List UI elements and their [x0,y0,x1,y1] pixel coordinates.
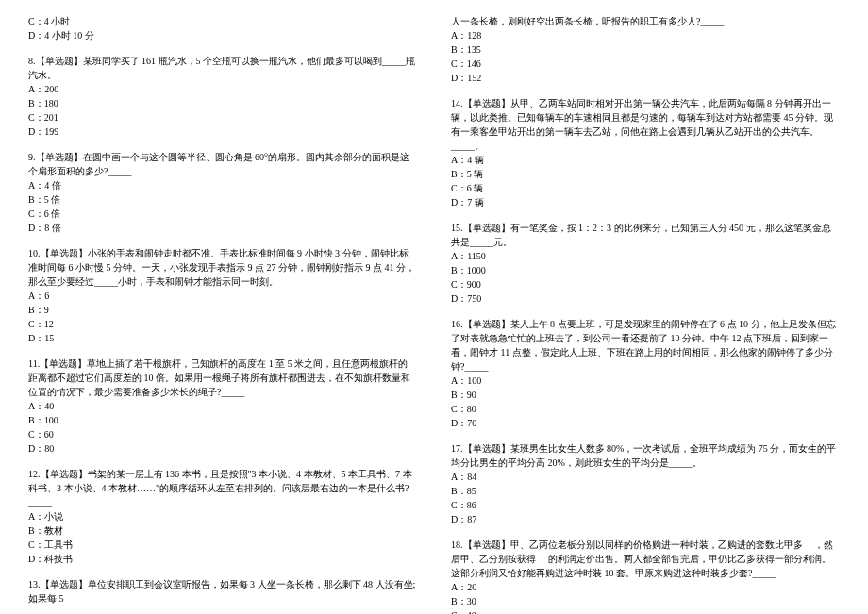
option-d: D：7 辆 [451,195,840,209]
option-d: D：8 倍 [28,221,417,235]
option-d: D：15 [28,331,417,345]
question-12: 12.【单选题】书架的某一层上有 136 本书，且是按照"3 本小说、4 本教材… [28,467,417,566]
question-stem: 12.【单选题】书架的某一层上有 136 本书，且是按照"3 本小说、4 本教材… [28,467,417,509]
option-d: D：199 [28,124,417,139]
option-d: D：科技书 [28,552,417,566]
horizontal-rule [28,8,840,8]
option-a: A：20 [451,580,840,594]
option-b: B：85 [451,484,840,498]
option-b: B：180 [28,96,417,110]
question-13-start: 13.【单选题】单位安排职工到会议室听报告，如果每 3 人坐一条长椅，那么剩下 … [28,577,417,606]
question-stem-cont: 人一条长椅，则刚好空出两条长椅，听报告的职工有多少人?_____ [451,14,840,28]
question-stem: 15.【单选题】有一笔奖金，按 1：2：3 的比例来分，已知第三人分 450 元… [451,221,840,249]
question-stem: 16.【单选题】某人上午 8 点要上班，可是发现家里的闹钟停在了 6 点 10 … [451,317,840,373]
option-b: B：9 [28,303,417,317]
option-c: C：4 小时 [28,14,417,28]
option-b: B：5 倍 [28,192,417,207]
option-d: D：152 [451,71,840,85]
option-b: B：教材 [28,523,417,538]
question-11: 11.【单选题】草地上插了若干根旗杆，已知旗杆的高度在 1 至 5 米之间，且任… [28,357,417,456]
question-16: 16.【单选题】某人上午 8 点要上班，可是发现家里的闹钟停在了 6 点 10 … [451,317,840,430]
question-9: 9.【单选题】在圆中画一个与这个圆等半径、圆心角是 60°的扇形。圆内其余部分的… [28,150,417,235]
question-7-tail: C：4 小时 D：4 小时 10 分 [28,14,417,42]
option-c: C：80 [451,402,840,416]
option-d: D：70 [451,416,840,430]
question-14: 14.【单选题】从甲、乙两车站同时相对开出第一辆公共汽车，此后两站每隔 8 分钟… [451,96,840,209]
option-a: A：4 辆 [451,153,840,167]
option-c: C：146 [451,57,840,71]
option-a: A：小说 [28,509,417,523]
question-stem: 10.【单选题】小张的手表和闹钟走时都不准。手表比标准时间每 9 小时快 3 分… [28,246,417,289]
option-c: C：6 辆 [451,181,840,195]
option-a: A：1150 [451,249,840,263]
option-b: B：1000 [451,263,840,277]
question-stem: 8.【单选题】某班同学买了 161 瓶汽水，5 个空瓶可以换一瓶汽水，他们最多可… [28,54,417,82]
option-b: B：30 [451,594,840,608]
question-17: 17.【单选题】某班男生比女生人数多 80%，一次考试后，全班平均成绩为 75 … [451,441,840,526]
question-15: 15.【单选题】有一笔奖金，按 1：2：3 的比例来分，已知第三人分 450 元… [451,221,840,306]
question-10: 10.【单选题】小张的手表和闹钟走时都不准。手表比标准时间每 9 小时快 3 分… [28,246,417,345]
option-a: A：84 [451,470,840,484]
question-18: 18.【单选题】甲、乙两位老板分别以同样的价格购进一种时装，乙购进的套数比甲多 … [451,538,840,614]
option-b: B：5 辆 [451,167,840,181]
question-stem: 14.【单选题】从甲、乙两车站同时相对开出第一辆公共汽车，此后两站每隔 8 分钟… [451,96,840,153]
option-a: A：40 [28,399,417,413]
option-c: C：工具书 [28,538,417,552]
option-a: A：4 倍 [28,178,417,192]
question-8: 8.【单选题】某班同学买了 161 瓶汽水，5 个空瓶可以换一瓶汽水，他们最多可… [28,54,417,139]
option-b: B：90 [451,388,840,402]
option-c: C：86 [451,498,840,512]
option-a: A：200 [28,82,417,96]
option-c: C：201 [28,110,417,124]
option-b: B：135 [451,42,840,57]
option-c: C：6 倍 [28,207,417,221]
option-c: C：40 [451,608,840,614]
option-c: C：60 [28,427,417,441]
question-stem: 11.【单选题】草地上插了若干根旗杆，已知旗杆的高度在 1 至 5 米之间，且任… [28,357,417,399]
question-stem: 13.【单选题】单位安排职工到会议室听报告，如果每 3 人坐一条长椅，那么剩下 … [28,577,417,606]
left-column: C：4 小时 D：4 小时 10 分 8.【单选题】某班同学买了 161 瓶汽水… [28,14,434,614]
right-column: 人一条长椅，则刚好空出两条长椅，听报告的职工有多少人?_____ A：128 B… [434,14,840,614]
option-c: C：900 [451,277,840,291]
option-d: D：80 [28,441,417,456]
option-a: A：128 [451,28,840,42]
question-stem: 17.【单选题】某班男生比女生人数多 80%，一次考试后，全班平均成绩为 75 … [451,441,840,470]
option-d: D：750 [451,291,840,306]
option-b: B：100 [28,413,417,427]
option-d: D：4 小时 10 分 [28,28,417,42]
option-a: A：100 [451,373,840,388]
page-content: C：4 小时 D：4 小时 10 分 8.【单选题】某班同学买了 161 瓶汽水… [0,14,868,614]
question-stem: 18.【单选题】甲、乙两位老板分别以同样的价格购进一种时装，乙购进的套数比甲多 … [451,538,840,580]
question-13-cont: 人一条长椅，则刚好空出两条长椅，听报告的职工有多少人?_____ A：128 B… [451,14,840,85]
option-a: A：6 [28,289,417,303]
option-c: C：12 [28,317,417,331]
question-stem: 9.【单选题】在圆中画一个与这个圆等半径、圆心角是 60°的扇形。圆内其余部分的… [28,150,417,178]
option-d: D：87 [451,512,840,526]
